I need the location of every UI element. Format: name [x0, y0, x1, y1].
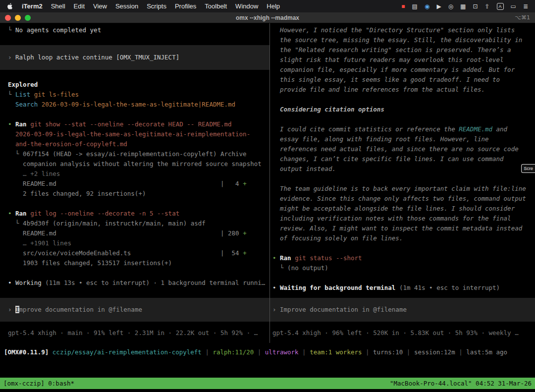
terminal-line: However, I noticed the "Directory Struct…: [270, 25, 535, 35]
terminal-line: 1903 files changed, 513517 insertions(+): [0, 258, 269, 268]
menubar-items: iTerm2ShellEditViewSessionScriptsProfile…: [22, 2, 280, 10]
prompt-input[interactable]: › Improve documentation in @filename: [270, 298, 535, 322]
text-cursor: I: [15, 306, 19, 313]
omx-segment-ultrawork: ultrawork: [265, 348, 299, 356]
menubar-item-edit[interactable]: Edit: [74, 2, 85, 10]
terminal-line: └ No agents completed yet: [0, 25, 269, 35]
terminal-line: and-the-erosion-of-copyleft.md: [0, 139, 269, 149]
pane-left[interactable]: └ No agents completed yet › Ralph loop a…: [0, 23, 270, 343]
terminal-line: [0, 35, 269, 45]
terminal-line: 2026-03-09-is-legal-the-same-as-legitima…: [0, 129, 269, 139]
terminal-line: [270, 95, 535, 105]
apple-menu-icon[interactable]: [7, 2, 13, 10]
omx-separator: |: [254, 348, 265, 356]
terminal-line: changes, I can’t cite specific file line…: [270, 154, 535, 164]
omx-separator: |: [362, 348, 374, 356]
menubar-item-window[interactable]: Window: [235, 2, 258, 10]
omx-separator: |: [202, 348, 213, 356]
menubar-item-toolbelt[interactable]: Toolbelt: [205, 2, 227, 10]
terminal-line: … +1901 lines: [0, 238, 269, 248]
prompt-input[interactable]: › Improve documentation in @filename: [0, 298, 269, 322]
terminal-line: [270, 273, 535, 283]
menubar-item-profiles[interactable]: Profiles: [175, 2, 196, 10]
terminal-panes: └ No agents completed yet › Ralph loop a…: [0, 23, 535, 343]
zoom-button[interactable]: [25, 15, 31, 21]
menu-extras-icon[interactable]: ≣: [523, 3, 528, 9]
pane-right[interactable]: However, I noticed the "Directory Struct…: [270, 23, 535, 343]
terminal-line: review. Also, I might want to inspect th…: [270, 224, 535, 233]
terminal-line: including verification notes with those …: [270, 214, 535, 224]
terminal-line: README.md | 280 +: [0, 228, 269, 238]
terminal-line: the source tree, missing the essay. Stil…: [270, 35, 535, 45]
menubar-item-scripts[interactable]: Scripts: [147, 2, 166, 10]
terminal-line: of focusing solely on file lines.: [270, 233, 535, 243]
menubar-item-iterm2[interactable]: iTerm2: [22, 2, 43, 10]
spacer: [270, 293, 535, 298]
terminal-line: [270, 174, 535, 184]
minimize-button[interactable]: [15, 15, 21, 21]
menubar-item-view[interactable]: View: [93, 2, 107, 10]
terminal-line: slight risk that future readers may over…: [270, 55, 535, 65]
terminal-line: this single essay, it seems like a good …: [270, 75, 535, 85]
screen-edge-tooltip[interactable]: Scre: [521, 164, 535, 173]
terminal-line: › Ralph loop active continue [OMX_TMUX_I…: [0, 53, 269, 62]
terminal-line: the "Related research writing" section i…: [270, 45, 535, 55]
omx-segment-session-12m: session:12m: [414, 348, 455, 356]
terminal-line: • Ran git show --stat --oneline --decora…: [0, 119, 269, 129]
terminal-line: [0, 199, 269, 209]
omx-segment-turns-10: turns:10: [373, 348, 403, 356]
keystroke-icon[interactable]: ▤: [412, 3, 418, 9]
omx-separator: |: [299, 348, 310, 356]
menubar: iTerm2ShellEditViewSessionScriptsProfile…: [0, 0, 535, 12]
terminal-line: └ List git ls-files: [0, 90, 269, 100]
menubar-item-help[interactable]: Help: [267, 2, 280, 10]
ralph-loop-banner: › Ralph loop active continue [OMX_TMUX_I…: [0, 45, 269, 70]
window-shortcut-badge: ⌥⌘1: [515, 14, 530, 21]
terminal-line: [0, 110, 269, 119]
spacer: [0, 288, 269, 298]
menubar-item-session[interactable]: Session: [115, 2, 138, 10]
omx-segment-last-5m-ago: last:5m ago: [466, 348, 507, 356]
omx-separator: |: [455, 348, 467, 356]
terminal-line: • Waiting for background terminal (1m 41…: [270, 283, 535, 293]
battery-icon[interactable]: ▭: [511, 3, 516, 9]
terminal-line: … +2 lines: [0, 169, 269, 179]
tmux-host-clock: "MacBook-Pro-44.local" 04:52 31-Mar-26: [390, 380, 532, 387]
tmux-session-window: [omx-cczip] 0:bash*: [3, 380, 74, 387]
input-source-icon[interactable]: A: [497, 3, 504, 10]
session-status: gpt-5.4 xhigh · 96% left · 520K in · 5.8…: [270, 328, 535, 338]
omx-segment-cczip-essay-ai-reimplementation-copyleft: cczip/essay/ai-reimplementation-copyleft: [53, 348, 202, 356]
terminal-line: Considering citation options: [270, 105, 535, 114]
play-icon[interactable]: ▶: [436, 3, 441, 9]
terminal-line: output instead.: [270, 164, 535, 174]
upload-icon[interactable]: ⇪: [485, 3, 490, 9]
terminal-line: • Ran git log --oneline --decorate -n 5 …: [0, 209, 269, 219]
terminal-line: essay file, along with finding root file…: [270, 134, 535, 144]
terminal-line: └ 067f154 (HEAD -> essay/ai-reimplementa…: [0, 149, 269, 159]
omx-segment--omx-0-11-9-: [OMX#0.11.9]: [4, 348, 49, 356]
omx-segment-team-1-workers: team:1 workers: [310, 348, 362, 356]
menubar-item-shell[interactable]: Shell: [51, 2, 65, 10]
titlebar: omx --xhigh --madmax ⌥⌘1: [0, 12, 535, 23]
traffic-lights: [5, 15, 31, 21]
terminal-line: [270, 243, 535, 253]
terminal-line: The team guideline is to back every impo…: [270, 184, 535, 194]
menubar-status-icons: ■▤◉▶◎▦⊡⇪A▭≣: [401, 3, 528, 10]
terminal-line: └ 4b9d30f (origin/main, instructkr/main,…: [0, 219, 269, 228]
terminal-line: [0, 70, 269, 80]
terminal-line: might be acceptable alongside the file l…: [270, 204, 535, 214]
display-icon[interactable]: ⊡: [473, 3, 478, 9]
terminal-line: Search 2026-03-09-is-legal-the-same-as-l…: [0, 100, 269, 110]
window-title: omx --xhigh --madmax: [236, 14, 299, 21]
tmux-status-bar: [omx-cczip] 0:bash* "MacBook-Pro-44.loca…: [0, 378, 535, 389]
terminal-line: [0, 268, 269, 278]
spacer: [0, 357, 535, 378]
screen-record-stop-icon[interactable]: ■: [401, 3, 405, 9]
close-button[interactable]: [5, 15, 11, 21]
omx-segment-ralph-11-20: ralph:11/20: [213, 348, 254, 356]
dots-grid-icon[interactable]: ▦: [460, 3, 466, 9]
camera-icon[interactable]: ◎: [448, 3, 453, 9]
apple-icon: [7, 2, 13, 10]
terminal-line: └ (no output): [270, 263, 535, 273]
siri-icon[interactable]: ◉: [425, 3, 429, 9]
